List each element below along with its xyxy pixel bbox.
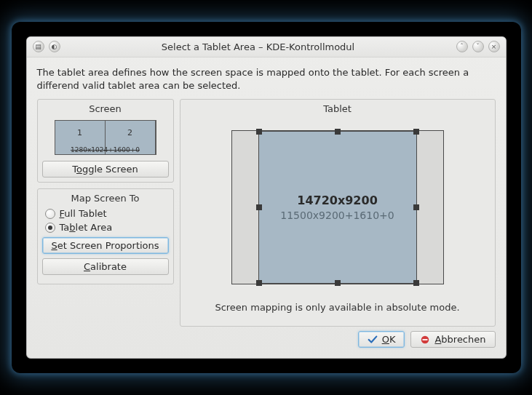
- radio-icon: [45, 209, 55, 219]
- resize-handle-tl[interactable]: [256, 129, 262, 135]
- check-icon: [368, 335, 378, 345]
- resize-handle-right[interactable]: [413, 204, 419, 210]
- toggle-screen-button[interactable]: Toggle Screen: [42, 161, 169, 177]
- resize-handle-bottom[interactable]: [335, 280, 341, 286]
- cancel-icon: [420, 335, 430, 345]
- tablet-area-text: 14720x9200 11500x9200+1610+0: [280, 193, 394, 222]
- set-screen-proportions-button[interactable]: Set Screen Proportions: [42, 237, 169, 254]
- tablet-full-area[interactable]: 14720x9200 11500x9200+1610+0: [231, 130, 444, 284]
- dialog-window: ▤ ◐ Select a Tablet Area – KDE-Kontrollm…: [26, 36, 507, 359]
- radio-full-tablet[interactable]: Full Tablet: [38, 207, 173, 220]
- description-text: The tablet area defines how the screen s…: [37, 66, 496, 92]
- tablet-legend: Tablet: [180, 100, 495, 117]
- calibrate-button[interactable]: Calibrate: [42, 258, 169, 275]
- resize-handle-bl[interactable]: [256, 280, 262, 286]
- cancel-button[interactable]: Abbrechen: [410, 331, 495, 348]
- screen-preview[interactable]: 1 2 1280x1024+1600+0: [55, 120, 156, 155]
- screen-coords: 1280x1024+1600+0: [55, 146, 156, 153]
- resize-handle-top[interactable]: [335, 129, 341, 135]
- screen-group: Screen 1 2 1280x1024+1600+0 Toggle Scree…: [37, 99, 174, 183]
- window-sticky-icon[interactable]: ◐: [49, 41, 60, 52]
- window-menu-icon[interactable]: ▤: [33, 41, 44, 52]
- tablet-resolution: 14720x9200: [280, 193, 394, 209]
- map-legend: Map Screen To: [38, 189, 173, 207]
- map-group: Map Screen To Full Tablet Tablet Area Se…: [37, 188, 174, 284]
- radio-tablet-area[interactable]: Tablet Area: [38, 220, 173, 234]
- screen-legend: Screen: [38, 100, 173, 117]
- window-title: Select a Tablet Area – KDE-Kontrollmodul: [60, 41, 456, 52]
- window-minimize-icon[interactable]: ˇ: [472, 41, 484, 52]
- dialog-button-row: OK Abbrechen: [37, 327, 496, 348]
- resize-handle-left[interactable]: [256, 204, 262, 210]
- tablet-geometry: 11500x9200+1610+0: [280, 208, 394, 221]
- tablet-mapped-area[interactable]: 14720x9200 11500x9200+1610+0: [258, 131, 417, 284]
- resize-handle-br[interactable]: [413, 280, 419, 286]
- resize-handle-tr[interactable]: [413, 129, 419, 135]
- ok-button[interactable]: OK: [358, 331, 405, 348]
- tablet-hint: Screen mapping is only available in abso…: [180, 292, 495, 320]
- window-keepabove-icon[interactable]: ˆ: [456, 41, 468, 52]
- radio-icon: [45, 223, 55, 233]
- tablet-group: Tablet 14720x9200: [180, 99, 496, 327]
- svg-rect-1: [423, 339, 428, 340]
- titlebar: ▤ ◐ Select a Tablet Area – KDE-Kontrollm…: [27, 37, 506, 57]
- window-close-icon[interactable]: ×: [488, 41, 500, 52]
